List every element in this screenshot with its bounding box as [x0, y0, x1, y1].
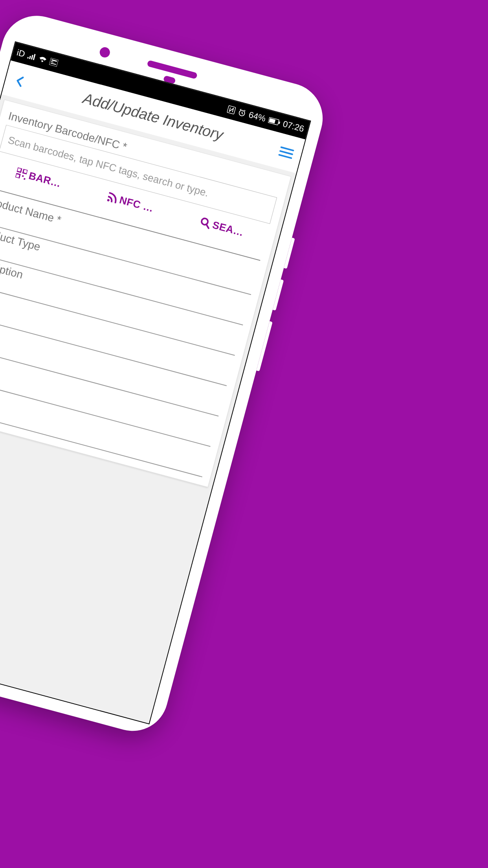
svg-point-22: [201, 217, 209, 225]
content-area: Inventory Barcode/NFC * BAR…: [0, 95, 296, 724]
rss-icon: [106, 191, 119, 204]
svg-rect-2: [31, 55, 33, 59]
battery-percent-label: 64%: [248, 110, 267, 124]
phone-side-button: [284, 237, 295, 268]
clock-label: 07:26: [282, 119, 305, 134]
search-icon: [199, 217, 212, 229]
alarm-icon: [237, 108, 247, 117]
svg-rect-0: [27, 57, 29, 59]
svg-rect-18: [15, 173, 20, 178]
news-icon: [49, 58, 59, 67]
phone-camera-dot: [99, 46, 111, 59]
barcode-button-label: BAR…: [28, 169, 62, 190]
nfc-icon: [227, 105, 236, 114]
phone-side-button: [273, 280, 284, 311]
search-button-label: SEA…: [211, 219, 245, 239]
phone-speaker-slot: [147, 60, 198, 79]
svg-point-21: [107, 199, 110, 201]
svg-rect-17: [23, 169, 28, 174]
wifi-icon: [38, 55, 48, 63]
menu-button[interactable]: [278, 145, 295, 160]
svg-rect-6: [51, 61, 53, 63]
svg-rect-19: [22, 175, 24, 177]
svg-rect-7: [51, 63, 56, 65]
battery-icon: [268, 117, 281, 126]
carrier-label: iD: [16, 48, 26, 59]
svg-rect-15: [278, 154, 292, 159]
svg-rect-11: [269, 118, 275, 124]
svg-rect-16: [17, 167, 22, 172]
qr-icon: [15, 167, 28, 180]
svg-rect-4: [49, 58, 59, 67]
svg-rect-3: [33, 54, 35, 60]
svg-rect-13: [280, 146, 294, 151]
signal-icon: [27, 52, 36, 61]
phone-screen: iD: [0, 41, 311, 725]
svg-rect-14: [279, 150, 294, 155]
phone-side-button: [256, 321, 272, 371]
nfc-button-label: NFC …: [118, 194, 155, 215]
phone-frame: iD: [0, 8, 330, 739]
svg-rect-20: [24, 178, 26, 180]
svg-line-23: [205, 224, 209, 228]
svg-rect-5: [51, 59, 57, 62]
svg-rect-1: [29, 56, 31, 59]
